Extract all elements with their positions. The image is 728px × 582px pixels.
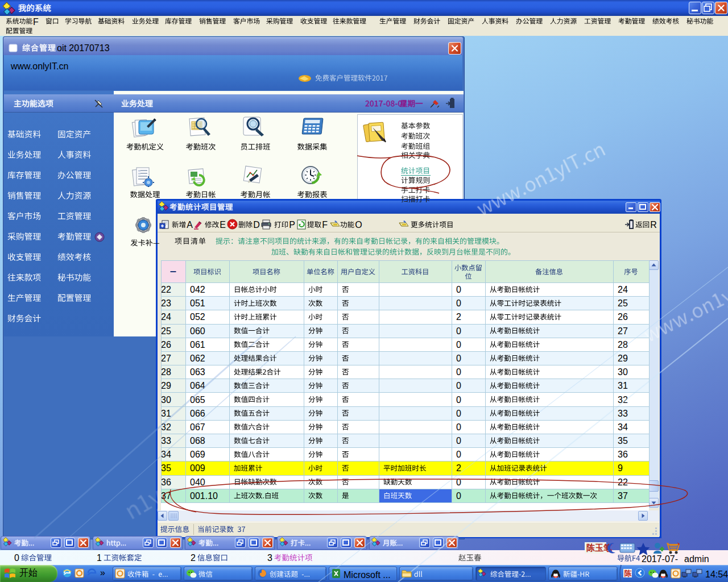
svg-text:陈: 陈 [624,569,632,577]
